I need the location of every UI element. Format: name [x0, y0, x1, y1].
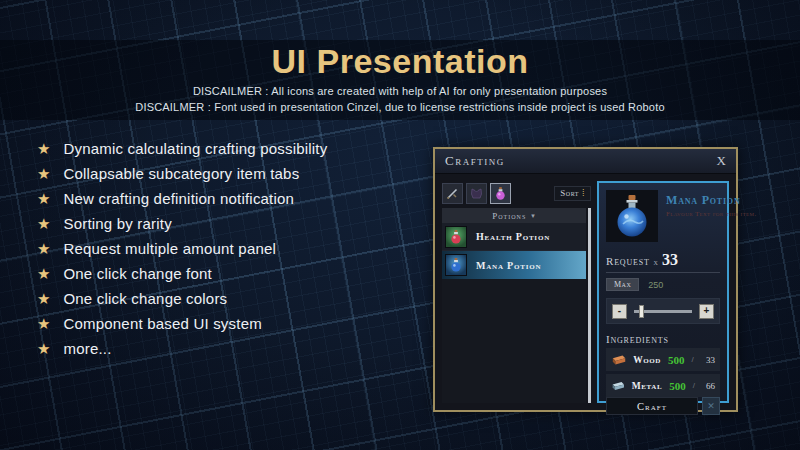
potion-icon	[493, 186, 508, 201]
ingredient-name: Metal	[632, 381, 663, 391]
detail-item-title: Mana Potion	[666, 193, 720, 208]
star-icon: ★	[37, 291, 50, 306]
ingredient-row-wood: Wood 500 / 33	[606, 348, 720, 371]
health-potion-icon	[445, 226, 467, 248]
close-button[interactable]: X	[717, 153, 726, 169]
star-icon: ★	[37, 166, 50, 181]
chevron-down-icon: ▾	[531, 212, 536, 220]
feature-text: Collapsable subcategory item tabs	[63, 165, 299, 182]
metal-icon	[611, 380, 625, 392]
ingredient-name: Wood	[633, 355, 661, 365]
max-button[interactable]: Max	[606, 278, 639, 291]
star-icon: ★	[37, 241, 50, 256]
armor-icon	[469, 186, 484, 201]
feature-text: New crafting definition notification	[63, 190, 294, 207]
sort-icon: ⁞	[582, 188, 585, 198]
list-item: ★ Dynamic calculating crafting possibili…	[37, 136, 327, 161]
feature-text: Request multiple amount panel	[63, 240, 276, 257]
slider-plus-button[interactable]: +	[699, 304, 714, 319]
wood-icon	[611, 354, 626, 366]
list-item-health-potion[interactable]: Health Potion	[442, 223, 586, 251]
request-row: Request x 33	[606, 251, 720, 273]
presentation-slide: UI Presentation DISCAILMER : All icons a…	[0, 0, 800, 450]
crafting-titlebar: Crafting X	[435, 149, 736, 174]
item-list-wrap: Potions ▾	[442, 208, 591, 403]
feature-text: Dynamic calculating crafting possibility	[63, 140, 327, 157]
category-tabs: Sort ⁞	[442, 181, 591, 205]
craft-toggle-button[interactable]: ✕	[702, 397, 720, 415]
sword-icon	[445, 186, 460, 201]
star-icon: ★	[37, 341, 50, 356]
request-label: Request	[606, 255, 650, 267]
amount-slider: - +	[606, 298, 720, 324]
star-icon: ★	[37, 266, 50, 281]
ingredient-need: 33	[701, 355, 715, 365]
feature-text: more...	[63, 340, 111, 357]
item-detail-panel: Mana Potion Flavour Text for this item. …	[597, 181, 729, 403]
sort-button[interactable]: Sort ⁞	[554, 186, 591, 201]
list-item: ★ Collapsable subcategory item tabs	[37, 161, 327, 186]
page-title: UI Presentation	[0, 42, 800, 81]
list-item: ★ Sorting by rarity	[37, 211, 327, 236]
feature-text: Sorting by rarity	[63, 215, 171, 232]
sort-label: Sort	[560, 188, 579, 198]
crafting-left-column: Sort ⁞ Potions ▾	[442, 181, 591, 403]
list-item: ★ Component based UI system	[37, 311, 327, 336]
feature-text: Component based UI system	[63, 315, 261, 332]
list-item: ★ Request multiple amount panel	[37, 236, 327, 261]
max-row: Max 250	[606, 278, 720, 291]
crafting-body: Sort ⁞ Potions ▾	[435, 174, 736, 410]
tab-armor[interactable]	[466, 183, 487, 204]
detail-header: Mana Potion Flavour Text for this item.	[606, 190, 720, 242]
disclaimer-line-2: DISCAILMER : Font used in presentation C…	[0, 101, 800, 113]
list-scrollbar[interactable]	[588, 208, 591, 403]
feature-list: ★ Dynamic calculating crafting possibili…	[37, 136, 327, 361]
craft-button[interactable]: Craft	[606, 397, 698, 415]
star-icon: ★	[37, 216, 50, 231]
tab-weapons[interactable]	[442, 183, 463, 204]
request-amount: 33	[662, 251, 678, 269]
disclaimer-line-1: DISCAILMER : All icons are created with …	[0, 85, 800, 97]
ingredient-row-metal: Metal 500 / 66	[606, 374, 720, 397]
craft-row: Craft ✕	[606, 397, 720, 415]
detail-head-text: Mana Potion Flavour Text for this item.	[666, 190, 720, 242]
star-icon: ★	[37, 316, 50, 331]
detail-flavour-text: Flavour Text for this item.	[666, 210, 720, 218]
list-item-mana-potion[interactable]: Mana Potion	[442, 251, 586, 279]
crafting-window-title: Crafting	[445, 153, 505, 169]
ingredients-label: Ingredients	[606, 333, 720, 345]
tab-potions[interactable]	[490, 183, 511, 204]
slider-track[interactable]	[634, 310, 692, 313]
star-icon: ★	[37, 141, 50, 156]
feature-text: One click change colors	[63, 290, 227, 307]
request-times: x	[654, 258, 658, 267]
item-list: Health Potion Mana P	[442, 223, 586, 403]
mana-potion-image	[606, 190, 658, 242]
ingredient-have: 500	[668, 354, 685, 366]
crafting-window: Crafting X	[433, 147, 738, 412]
list-item: ★ New crafting definition notification	[37, 186, 327, 211]
item-name: Health Potion	[476, 231, 550, 242]
list-item: ★ One click change colors	[37, 286, 327, 311]
category-dropdown[interactable]: Potions ▾	[442, 208, 586, 223]
item-name: Mana Potion	[476, 260, 541, 271]
mana-potion-icon	[445, 254, 467, 276]
ingredient-need: 66	[702, 381, 715, 391]
category-label: Potions	[492, 211, 526, 221]
slider-handle[interactable]	[639, 305, 644, 318]
list-item: ★ One click change font	[37, 261, 327, 286]
ingredient-have: 500	[669, 380, 686, 392]
list-item: ★ more...	[37, 336, 327, 361]
ingredient-separator: /	[692, 355, 694, 364]
feature-text: One click change font	[63, 265, 211, 282]
star-icon: ★	[37, 191, 50, 206]
ingredient-separator: /	[693, 381, 695, 390]
slider-minus-button[interactable]: -	[612, 304, 627, 319]
max-value: 250	[648, 280, 663, 290]
